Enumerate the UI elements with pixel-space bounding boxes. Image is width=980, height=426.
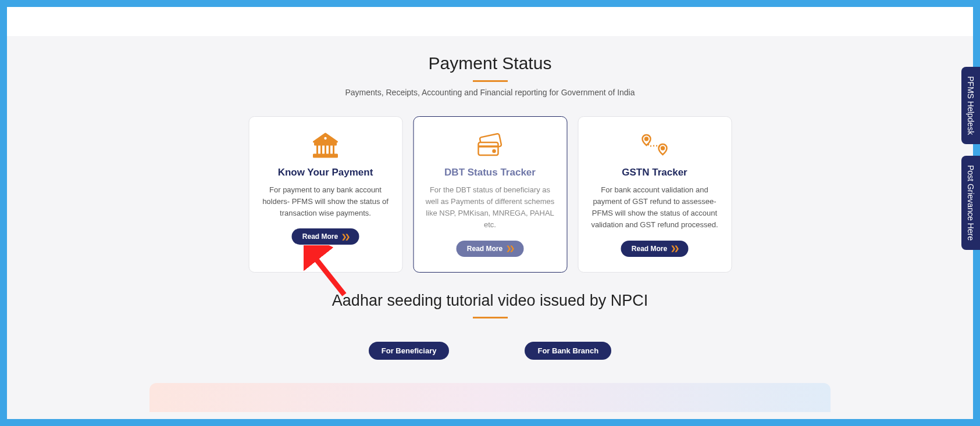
for-beneficiary-button[interactable]: For Beneficiary [369,342,450,360]
card-description: For the DBT status of beneficiary as wel… [424,184,556,231]
double-chevron-icon: ❯❯ [671,245,678,252]
read-more-button-kyp[interactable]: Read More ❯❯ [292,228,359,245]
button-label: Read More [632,245,667,253]
card-title: DBT Status Tracker [444,167,536,178]
svg-point-11 [493,150,496,152]
side-tabs: PFMS Helpdesk Post Grievance Here [961,67,980,250]
card-description: For payment to any bank account holders-… [259,184,391,219]
aadhar-section: Aadhar seeding tutorial video issued by … [7,292,973,360]
svg-rect-7 [314,155,337,157]
read-more-button-gstn[interactable]: Read More ❯❯ [621,241,688,257]
card-dbt-status-tracker: DBT Status Tracker For the DBT status of… [413,116,567,273]
post-grievance-tab[interactable]: Post Grievance Here [961,156,980,250]
svg-point-12 [645,138,648,141]
double-chevron-icon: ❯❯ [506,245,513,252]
route-pins-icon [639,130,671,161]
section-subtitle: Payments, Receipts, Accounting and Finan… [7,88,973,97]
card-know-your-payment: Know Your Payment For payment to any ban… [248,116,402,273]
svg-point-0 [324,137,326,139]
credit-cards-icon [474,130,507,161]
section2-buttons: For Beneficiary For Bank Branch [7,342,973,360]
double-chevron-icon: ❯❯ [341,233,348,241]
top-white-bar [7,7,973,36]
cards-row: Know Your Payment For payment to any ban… [248,116,732,273]
bottom-gradient-panel [149,383,831,412]
section2-title: Aadhar seeding tutorial video issued by … [7,292,973,310]
payment-status-section: Payment Status Payments, Receipts, Accou… [7,53,973,97]
title2-underline [473,317,508,318]
read-more-button-dbt[interactable]: Read More ❯❯ [457,241,523,257]
card-description: For bank account validation and payment … [589,184,721,231]
button-label: Read More [302,232,338,241]
card-title: Know Your Payment [278,167,373,178]
for-bank-branch-button[interactable]: For Bank Branch [525,342,611,360]
svg-point-13 [661,147,664,150]
svg-rect-1 [315,143,336,145]
button-label: Read More [467,245,503,253]
title-underline [473,80,508,82]
bank-icon [311,130,340,161]
section-title: Payment Status [7,53,973,73]
svg-rect-9 [479,142,498,155]
card-gstn-tracker: GSTN Tracker For bank account validation… [578,116,732,273]
card-title: GSTN Tracker [622,167,687,178]
pfms-helpdesk-tab[interactable]: PFMS Helpdesk [961,67,980,144]
